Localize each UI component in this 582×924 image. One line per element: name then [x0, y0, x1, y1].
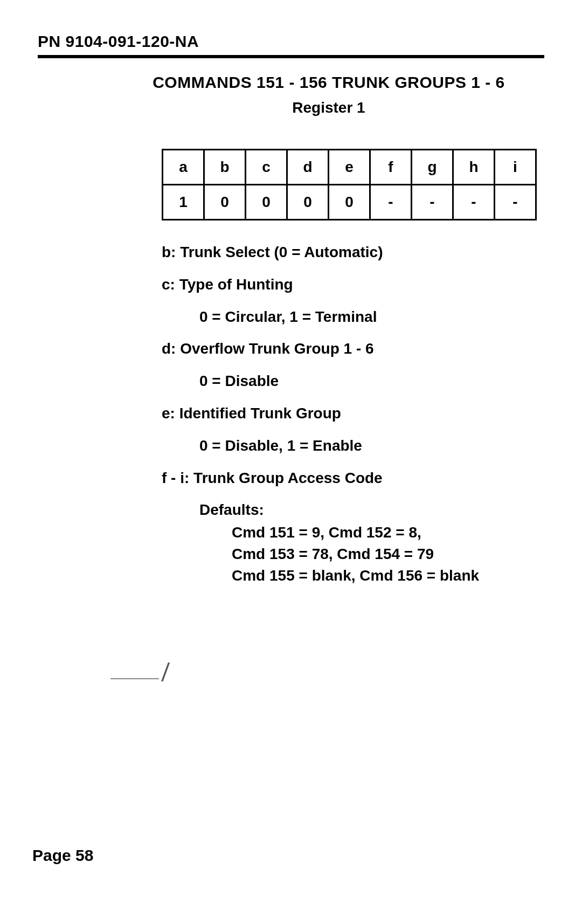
col-i: i [495, 150, 536, 185]
val-f: - [370, 185, 412, 220]
col-d: d [287, 150, 329, 185]
defaults-line-1: Cmd 151 = 9, Cmd 152 = 8, [232, 522, 544, 543]
page-title: COMMANDS 151 - 156 TRUNK GROUPS 1 - 6 [113, 73, 544, 92]
val-a: 1 [163, 185, 204, 220]
val-c: 0 [246, 185, 287, 220]
def-c-sub: 0 = Circular, 1 = Terminal [199, 307, 544, 327]
col-h: h [453, 150, 495, 185]
col-e: e [329, 150, 370, 185]
defaults-line-3: Cmd 155 = blank, Cmd 156 = blank [232, 566, 544, 586]
col-f: f [370, 150, 412, 185]
def-e-sub: 0 = Disable, 1 = Enable [199, 436, 544, 456]
defaults-line-2: Cmd 153 = 78, Cmd 154 = 79 [232, 544, 544, 564]
col-c: c [246, 150, 287, 185]
page-number: Page 58 [32, 846, 93, 865]
val-i: - [495, 185, 536, 220]
def-b: b: Trunk Select (0 = Automatic) [162, 242, 544, 263]
header-rule [38, 55, 544, 58]
def-f: f - i: Trunk Group Access Code [162, 468, 544, 488]
table-header-row: a b c d e f g h i [163, 150, 536, 185]
page-subtitle: Register 1 [113, 99, 544, 116]
def-e: e: Identified Trunk Group [162, 403, 544, 424]
col-g: g [412, 150, 453, 185]
scan-artifact-line [110, 678, 159, 679]
table-row: 1 0 0 0 0 - - - - [163, 185, 536, 220]
def-c: c: Type of Hunting [162, 274, 544, 295]
col-b: b [204, 150, 246, 185]
val-g: - [412, 185, 453, 220]
val-h: - [453, 185, 495, 220]
doc-number: PN 9104-091-120-NA [38, 32, 544, 51]
val-d: 0 [287, 185, 329, 220]
definitions: b: Trunk Select (0 = Automatic) c: Type … [162, 242, 544, 586]
val-b: 0 [204, 185, 246, 220]
val-e: 0 [329, 185, 370, 220]
def-d: d: Overflow Trunk Group 1 - 6 [162, 339, 544, 359]
register-table: a b c d e f g h i 1 0 0 0 0 - - - - [162, 149, 537, 220]
def-d-sub: 0 = Disable [199, 371, 544, 391]
col-a: a [163, 150, 204, 185]
scan-artifact-slash: / [161, 658, 170, 687]
defaults-label: Defaults: [199, 500, 544, 520]
